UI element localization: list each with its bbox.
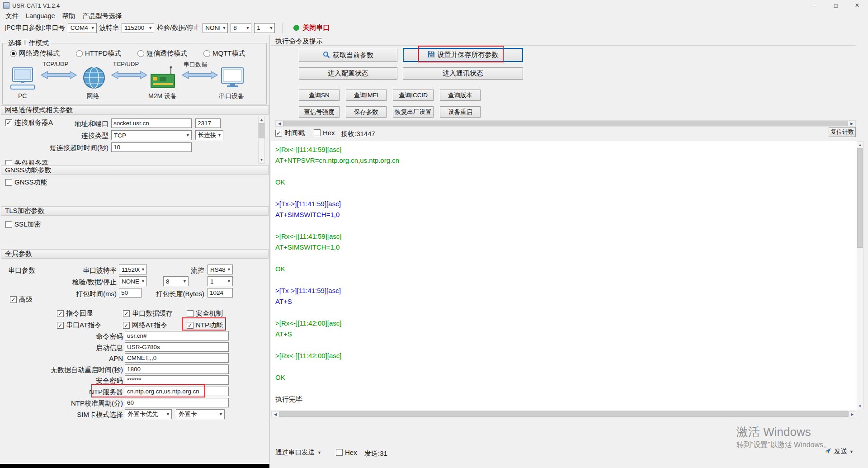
query-signal-button[interactable]: 查信号强度 (299, 106, 340, 118)
chevron-down-icon: ▼ (216, 133, 223, 137)
scroll-right-icon[interactable]: ▶ (848, 121, 855, 126)
enter-config-button[interactable]: 进入配置状态 (299, 67, 397, 80)
scrollbar-thumb[interactable] (283, 121, 848, 126)
databits-select[interactable]: 8▼ (231, 23, 251, 33)
query-version-button[interactable]: 查询版本 (440, 90, 481, 101)
security-password-input[interactable]: ****** (125, 375, 229, 385)
baud-select[interactable]: 115200▼ (122, 23, 154, 33)
scroll-up-icon[interactable]: ▲ (857, 142, 863, 148)
pack-time-input[interactable]: 50 (119, 288, 142, 298)
no-data-restart-input[interactable]: 1800 (125, 364, 229, 374)
radio-httpd-mode[interactable]: HTTPD模式 (76, 49, 121, 58)
conn-type-select[interactable]: TCP▼ (111, 130, 192, 140)
menu-language[interactable]: Language (22, 12, 59, 19)
checkbox-icon (314, 129, 321, 136)
scroll-left-icon[interactable]: ◀ (276, 121, 283, 126)
log-line: >[Tx->][11:41:59][asc] (275, 199, 857, 209)
toolbar-separator (282, 23, 283, 33)
serial-baud-select[interactable]: 115200▼ (119, 265, 147, 274)
scroll-down-icon[interactable]: ▼ (857, 403, 863, 410)
query-sn-button[interactable]: 查询SN (299, 90, 340, 101)
scroll-up-icon[interactable]: ▲ (259, 116, 264, 123)
scrollbar-thumb[interactable] (259, 123, 264, 138)
ssl-enable-checkbox[interactable]: SSL加密 (5, 220, 41, 229)
advanced-checkbox[interactable]: 高级 (10, 295, 33, 304)
radio-net-transparent-mode[interactable]: 网络透传模式 (10, 49, 60, 58)
log-output[interactable]: >[Rx<-][11:41:59][asc] AT+NTPSVR=cn.ntp.… (271, 141, 857, 410)
minimize-button[interactable]: – (804, 0, 825, 11)
close-port-button[interactable]: 关闭串口 (290, 24, 333, 32)
no-data-restart-label: 无数据自动重启时间(秒) (18, 366, 123, 374)
serial-stopbits-select[interactable]: 1▼ (208, 276, 233, 286)
scrollbar-thumb[interactable] (279, 411, 849, 417)
scroll-right-icon[interactable]: ▶ (849, 411, 856, 417)
sim-mode-select[interactable]: 外置卡优先▼ (125, 409, 172, 419)
scrollbar-thumb[interactable] (857, 148, 863, 248)
gnss-enable-checkbox[interactable]: GNSS功能 (5, 178, 47, 187)
bottom-horizontal-scrollbar[interactable]: ◀ ▶ (271, 411, 856, 417)
com-port-select[interactable]: COM4▼ (68, 23, 97, 33)
windows-activation-hint: 转到“设置”以激活 Windows。 (736, 440, 830, 450)
serial-cache-checkbox[interactable]: 串口数据缓存 (123, 309, 173, 318)
hex-send-checkbox[interactable]: Hex (336, 449, 357, 456)
device-restart-button[interactable]: 设备重启 (440, 106, 481, 118)
conn-mode-select[interactable]: 长连接▼ (195, 130, 223, 140)
cmd-password-input[interactable]: usr.cn# (125, 331, 229, 340)
query-iccid-button[interactable]: 查询ICCID (393, 90, 434, 101)
top-horizontal-scrollbar[interactable]: ◀ ▶ (275, 120, 856, 127)
cmd-echo-checkbox[interactable]: 指令回显 (57, 309, 93, 318)
tls-params-header[interactable]: TLS加密参数 (1, 206, 269, 216)
query-imei-button[interactable]: 查询IMEI (346, 90, 387, 101)
log-vertical-scrollbar[interactable]: ▲ ▼ (857, 141, 863, 410)
radio-sms-mode[interactable]: 短信透传模式 (137, 49, 187, 58)
network-at-checkbox[interactable]: 网络AT指令 (123, 321, 167, 330)
scroll-left-icon[interactable]: ◀ (272, 411, 279, 417)
backup-server-checkbox[interactable]: 备份服务器 (5, 159, 48, 165)
sim-card-select[interactable]: 外置卡▼ (176, 409, 225, 419)
factory-reset-button[interactable]: 恢复出厂设置 (393, 106, 434, 118)
radio-mqtt-mode[interactable]: MQTT模式 (203, 49, 245, 58)
gnss-params-header[interactable]: GNSS功能参数 (1, 165, 269, 175)
scroll-down-icon[interactable]: ▼ (259, 156, 264, 163)
ntp-enable-checkbox[interactable]: NTP功能 (187, 321, 223, 330)
parity-label: 检验/数据/停止 (157, 24, 200, 32)
flow-control-select[interactable]: RS485▼ (208, 265, 233, 274)
serial-at-checkbox[interactable]: 串口AT指令 (57, 321, 101, 330)
menu-help[interactable]: 帮助 (59, 12, 79, 20)
hex-recv-checkbox[interactable]: Hex (314, 129, 335, 137)
get-params-button[interactable]: 获取当前参数 (299, 49, 397, 62)
timestamp-checkbox[interactable]: 时间戳 (275, 129, 305, 137)
serial-databits-select[interactable]: 8▼ (163, 276, 189, 286)
log-line: >[Rx<-][11:42:00][asc] (275, 350, 857, 361)
maximize-button[interactable]: □ (826, 0, 846, 11)
log-line: 执行完毕 (275, 394, 857, 405)
work-mode-group-title: 选择工作模式 (6, 39, 51, 47)
save-params-button[interactable]: 保存参数 (346, 106, 387, 118)
chevron-down-icon: ▼ (147, 26, 154, 30)
pack-length-input[interactable]: 1024 (208, 288, 233, 298)
serial-parity-select[interactable]: NONE▼ (119, 276, 147, 286)
send-via-dropdown[interactable]: 通过串口发送 ▼ (275, 448, 321, 457)
parity-select[interactable]: NONI▼ (203, 23, 228, 33)
apn-input[interactable]: CMNET,,,0 (125, 353, 229, 363)
enter-comm-button[interactable]: 进入通讯状态 (403, 67, 523, 80)
startup-info-input[interactable]: USR-G780s (125, 342, 229, 352)
menu-file[interactable]: 文件 (2, 12, 22, 20)
global-params-header[interactable]: 全局参数 (1, 249, 269, 259)
close-button[interactable]: × (847, 0, 868, 11)
short-conn-timeout-input[interactable]: 10 (111, 142, 192, 152)
ntp-server-input[interactable]: cn.ntp.org.cn,us.ntp.org.cn (125, 387, 229, 396)
server-address-input[interactable]: socket.usr.cn (111, 118, 192, 128)
screen-edge-bar (0, 464, 269, 468)
menu-product-model[interactable]: 产品型号选择 (79, 12, 126, 20)
stopbits-select[interactable]: 1▼ (254, 23, 275, 33)
ntp-period-input[interactable]: 60 (125, 398, 229, 407)
set-save-params-button[interactable]: 设置并保存所有参数 (403, 48, 523, 62)
short-conn-timeout-label: 短连接超时时间(秒) (19, 144, 108, 152)
net-params-scrollbar[interactable]: ▲ ▼ (258, 116, 265, 164)
server-port-input[interactable]: 2317 (195, 118, 221, 128)
net-params-header[interactable]: 网络透传模式相关参数 (1, 105, 269, 115)
reset-count-button[interactable]: 复位计数 (829, 127, 856, 137)
windows-activation-watermark: 激活 Windows (736, 424, 811, 440)
security-mechanism-checkbox[interactable]: 安全机制 (187, 309, 223, 318)
